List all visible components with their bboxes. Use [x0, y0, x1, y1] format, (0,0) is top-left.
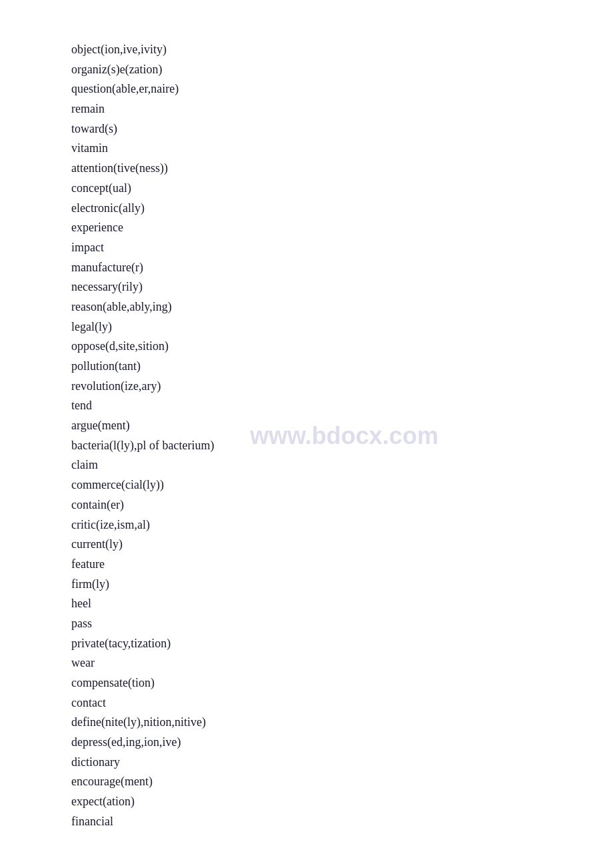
- list-item: private(tacy,tization): [71, 634, 542, 654]
- list-item: organiz(s)e(zation): [71, 60, 542, 80]
- list-item: legal(ly): [71, 317, 542, 337]
- list-item: define(nite(ly),nition,nitive): [71, 713, 542, 733]
- list-item: impact: [71, 238, 542, 258]
- list-item: concept(ual): [71, 179, 542, 199]
- list-item: contact: [71, 693, 542, 713]
- main-content: www.bdocx.com object(ion,ive,ivity)organ…: [0, 0, 613, 868]
- list-item: feature: [71, 555, 542, 575]
- list-item: commerce(cial(ly)): [71, 475, 542, 495]
- list-item: reason(able,ably,ing): [71, 297, 542, 317]
- list-item: claim: [71, 455, 542, 475]
- list-item: toward(s): [71, 119, 542, 139]
- list-item: financial: [71, 812, 542, 832]
- list-item: necessary(rily): [71, 277, 542, 297]
- list-item: vitamin: [71, 139, 542, 159]
- list-item: dictionary: [71, 753, 542, 773]
- list-item: contain(er): [71, 495, 542, 515]
- list-item: depress(ed,ing,ion,ive): [71, 733, 542, 753]
- word-list: object(ion,ive,ivity)organiz(s)e(zation)…: [71, 40, 542, 832]
- list-item: revolution(ize,ary): [71, 377, 542, 397]
- list-item: compensate(tion): [71, 673, 542, 693]
- list-item: tend: [71, 396, 542, 416]
- list-item: current(ly): [71, 535, 542, 555]
- list-item: experience: [71, 218, 542, 238]
- list-item: pollution(tant): [71, 357, 542, 377]
- list-item: wear: [71, 653, 542, 673]
- list-item: firm(ly): [71, 575, 542, 595]
- list-item: manufacture(r): [71, 258, 542, 278]
- list-item: critic(ize,ism,al): [71, 515, 542, 535]
- list-item: heel: [71, 594, 542, 614]
- list-item: attention(tive(ness)): [71, 159, 542, 179]
- list-item: pass: [71, 614, 542, 634]
- list-item: question(able,er,naire): [71, 79, 542, 99]
- list-item: electronic(ally): [71, 199, 542, 219]
- list-item: object(ion,ive,ivity): [71, 40, 542, 60]
- list-item: expect(ation): [71, 792, 542, 812]
- list-item: bacteria(l(ly),pl of bacterium): [71, 436, 542, 456]
- list-item: argue(ment): [71, 416, 542, 436]
- list-item: encourage(ment): [71, 772, 542, 792]
- list-item: oppose(d,site,sition): [71, 337, 542, 357]
- list-item: remain: [71, 99, 542, 119]
